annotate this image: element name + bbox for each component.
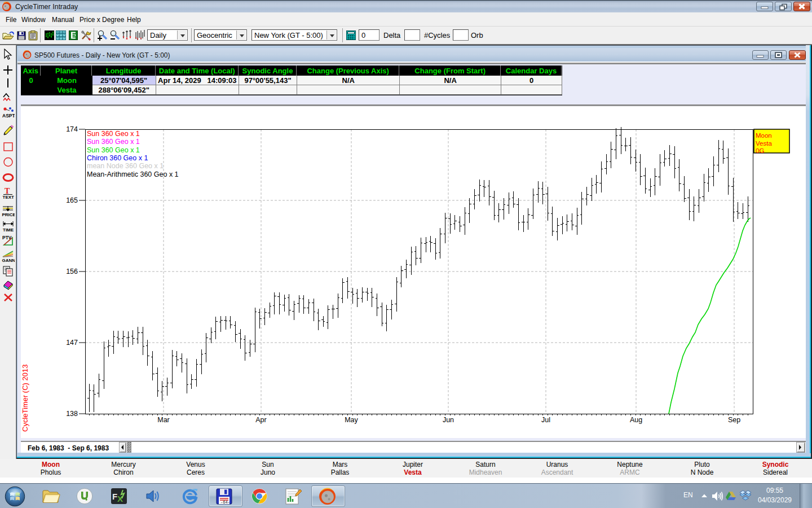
svg-text:165: 165 bbox=[66, 196, 78, 204]
svg-text:0G: 0G bbox=[756, 147, 764, 154]
svg-text:Mar: Mar bbox=[157, 416, 170, 424]
svg-text:May: May bbox=[345, 416, 358, 424]
svg-text:F: F bbox=[112, 492, 117, 501]
svg-text:174: 174 bbox=[66, 125, 78, 133]
svg-text:Aug: Aug bbox=[630, 416, 642, 424]
svg-text:X: X bbox=[117, 494, 123, 503]
svg-text:156: 156 bbox=[66, 268, 78, 275]
svg-text:GANN: GANN bbox=[2, 258, 15, 262]
svg-text:138: 138 bbox=[66, 410, 78, 418]
svg-text:Jun: Jun bbox=[443, 416, 454, 424]
svg-text:TIME: TIME bbox=[3, 227, 14, 233]
svg-text:Moon: Moon bbox=[756, 132, 772, 139]
svg-text:Mean-Arithmetic 360 Geo x 1: Mean-Arithmetic 360 Geo x 1 bbox=[87, 170, 179, 178]
svg-text:mean Node 360 Geo x 1: mean Node 360 Geo x 1 bbox=[87, 162, 164, 170]
svg-text:-64-: -64- bbox=[220, 500, 230, 505]
svg-text:Sun 360 Geo x 1: Sun 360 Geo x 1 bbox=[87, 138, 140, 146]
svg-text:T: T bbox=[5, 187, 10, 195]
svg-text:ASPT: ASPT bbox=[2, 113, 15, 119]
svg-text:Sun 360 Geo x 1: Sun 360 Geo x 1 bbox=[87, 130, 140, 138]
svg-text:147: 147 bbox=[66, 339, 78, 347]
svg-text:PRICE: PRICE bbox=[2, 212, 15, 217]
svg-text:Sep: Sep bbox=[728, 416, 740, 424]
svg-text:Jul: Jul bbox=[541, 416, 550, 424]
svg-text:Vesta: Vesta bbox=[756, 140, 772, 147]
svg-text:Apr: Apr bbox=[255, 416, 266, 424]
svg-text:TEXT: TEXT bbox=[3, 195, 15, 199]
svg-text:Chiron 360 Geo x 1: Chiron 360 Geo x 1 bbox=[87, 154, 148, 162]
svg-text:Sun 360 Geo x 1: Sun 360 Geo x 1 bbox=[87, 146, 140, 154]
